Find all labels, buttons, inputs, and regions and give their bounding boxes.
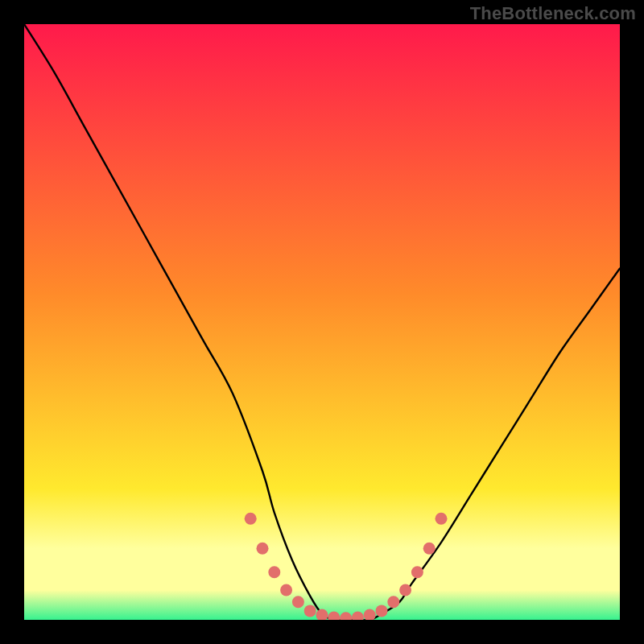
marker-dot [304, 605, 316, 617]
chart-svg [24, 24, 620, 620]
marker-dot [245, 513, 257, 525]
marker-dot [376, 605, 388, 617]
marker-dot [387, 596, 399, 608]
gradient-background [24, 24, 620, 620]
chart-frame: TheBottleneck.com [0, 0, 644, 644]
marker-dot [257, 543, 269, 555]
watermark-label: TheBottleneck.com [470, 3, 636, 24]
marker-dot [292, 596, 304, 608]
marker-dot [436, 513, 448, 525]
marker-dot [411, 566, 423, 578]
plot-area [24, 24, 620, 620]
marker-dot [268, 566, 280, 578]
marker-dot [423, 543, 436, 555]
marker-dot [280, 584, 292, 597]
marker-dot [399, 584, 411, 597]
